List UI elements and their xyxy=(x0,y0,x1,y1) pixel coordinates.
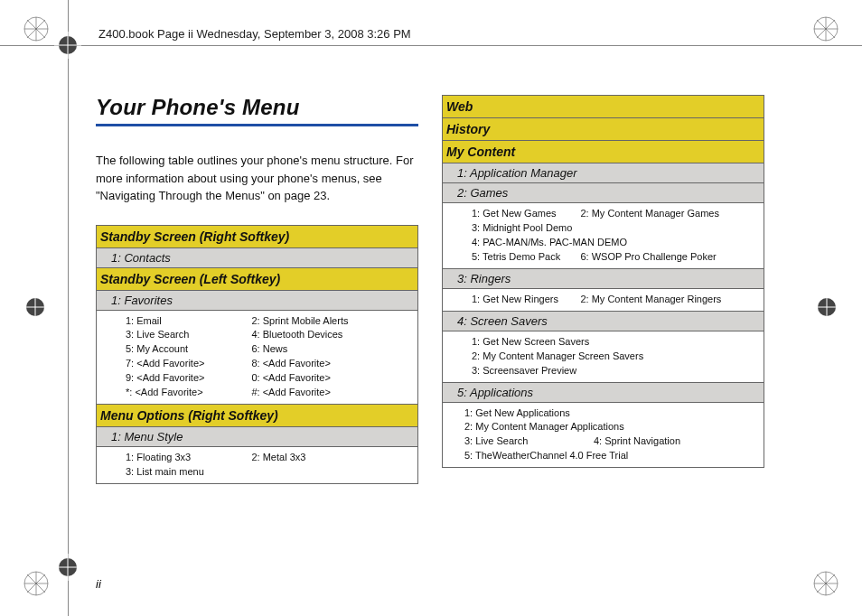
games-6: 6: WSOP Pro Challenge Poker xyxy=(580,250,758,265)
apps-3: 3: Live Search xyxy=(464,434,594,449)
header-web: Web xyxy=(443,96,764,118)
fav-9: 9: <Add Favorite> xyxy=(126,371,251,386)
games-1: 1: Get New Games xyxy=(472,207,580,221)
register-mark-midright xyxy=(813,294,840,324)
sub-ringers: 3: Ringers xyxy=(443,268,764,288)
left-menu-table: Standby Screen (Right Softkey) 1: Contac… xyxy=(96,225,418,485)
ss-3: 3: Screensaver Preview xyxy=(472,364,758,378)
fav-7: 7: <Add Favorite> xyxy=(126,357,251,371)
left-column: Your Phone's Menu The following table ou… xyxy=(96,95,418,484)
fav-star: *: <Add Favorite> xyxy=(126,386,251,400)
title-underline xyxy=(96,124,418,126)
page-title: Your Phone's Menu xyxy=(96,95,418,120)
register-mark-tr xyxy=(811,14,840,47)
ms-1: 1: Floating 3x3 xyxy=(126,451,251,465)
crop-hline xyxy=(0,45,862,46)
fav-0: 0: <Add Favorite> xyxy=(251,371,412,386)
fav-4: 4: Bluetooth Devices xyxy=(251,328,412,342)
ms-3: 3: List main menu xyxy=(126,465,412,480)
header-history: History xyxy=(443,118,764,141)
sub-favorites: 1: Favorites xyxy=(97,290,418,310)
right-menu-table: Web History My Content 1: Application Ma… xyxy=(442,95,764,468)
games-5: 5: Tetris Demo Pack xyxy=(472,250,580,265)
games-4: 4: PAC-MAN/Ms. PAC-MAN DEMO xyxy=(472,236,758,250)
crop-vline xyxy=(68,0,69,616)
fav-1: 1: Email xyxy=(126,314,251,329)
apps-1: 1: Get New Applications xyxy=(464,406,758,421)
pdf-header: Z400.book Page ii Wednesday, September 3… xyxy=(98,27,411,41)
games-content: 1: Get New Games2: My Content Manager Ga… xyxy=(443,203,764,269)
ss-1: 1: Get New Screen Savers xyxy=(472,335,758,350)
header-standby-left: Standby Screen (Left Softkey) xyxy=(97,267,418,290)
fav-5: 5: My Account xyxy=(126,342,251,357)
favorites-content: 1: Email2: Sprint Mobile Alerts 3: Live … xyxy=(97,310,418,405)
applications-content: 1: Get New Applications 2: My Content Ma… xyxy=(443,402,764,468)
ringers-2: 2: My Content Manager Ringers xyxy=(580,293,758,307)
fav-3: 3: Live Search xyxy=(126,328,251,342)
register-mark-bl xyxy=(22,569,51,602)
header-mycontent: My Content xyxy=(443,141,764,163)
register-mark-midleft xyxy=(22,294,49,324)
sub-screensavers: 4: Screen Savers xyxy=(443,311,764,331)
fav-2: 2: Sprint Mobile Alerts xyxy=(251,314,412,329)
sub-applications: 5: Applications xyxy=(443,382,764,402)
games-2: 2: My Content Manager Games xyxy=(580,207,758,221)
right-column: Web History My Content 1: Application Ma… xyxy=(442,95,764,484)
ringers-1: 1: Get New Ringers xyxy=(472,293,580,307)
apps-5: 5: TheWeatherChannel 4.0 Free Trial xyxy=(464,449,758,463)
ms-2: 2: Metal 3x3 xyxy=(251,451,412,465)
fav-hash: #: <Add Favorite> xyxy=(251,386,412,400)
intro-text: The following table outlines your phone'… xyxy=(96,152,418,205)
register-mark-midtop xyxy=(54,32,81,62)
header-menu-options: Menu Options (Right Softkey) xyxy=(97,405,418,427)
apps-4: 4: Sprint Navigation xyxy=(594,434,758,449)
header-standby-right: Standby Screen (Right Softkey) xyxy=(97,225,418,247)
register-mark-midbottom xyxy=(54,554,81,584)
fav-8: 8: <Add Favorite> xyxy=(251,357,412,371)
sub-menu-style: 1: Menu Style xyxy=(97,427,418,447)
ringers-content: 1: Get New Ringers2: My Content Manager … xyxy=(443,288,764,311)
sub-contacts: 1: Contacts xyxy=(97,247,418,267)
register-mark-tl xyxy=(22,14,51,47)
sub-app-manager: 1: Application Manager xyxy=(443,163,764,183)
ss-2: 2: My Content Manager Screen Savers xyxy=(472,350,758,364)
games-3: 3: Midnight Pool Demo xyxy=(472,221,758,236)
page-number: ii xyxy=(96,577,101,591)
menu-style-content: 1: Floating 3x32: Metal 3x3 3: List main… xyxy=(97,447,418,484)
apps-2: 2: My Content Manager Applications xyxy=(464,420,758,434)
screensavers-content: 1: Get New Screen Savers 2: My Content M… xyxy=(443,331,764,382)
sub-games: 2: Games xyxy=(443,183,764,203)
fav-6: 6: News xyxy=(251,342,412,357)
register-mark-br xyxy=(811,569,840,602)
